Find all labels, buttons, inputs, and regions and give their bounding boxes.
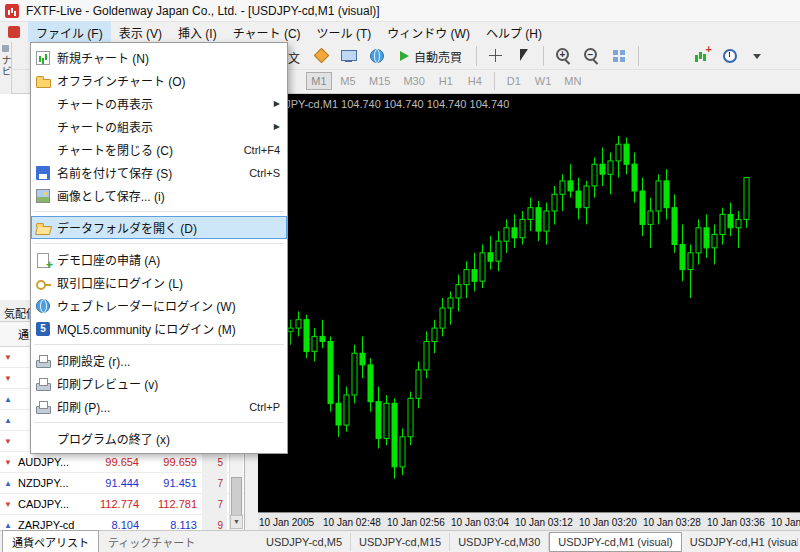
chart-tab[interactable]: USDJPY-cd,M30 (450, 533, 549, 551)
spread-cell: 7 (202, 473, 227, 494)
file-menu-item[interactable]: オフラインチャート (O) (31, 69, 287, 92)
bid-cell: 91.444 (86, 477, 144, 489)
new-chart-icon (35, 50, 51, 66)
menu-tools[interactable]: ツール (T) (309, 21, 380, 44)
file-menu-item[interactable]: MQL5.community にログイン (M) (31, 317, 287, 340)
file-menu-item-label: 取引口座にログイン (L) (57, 274, 280, 291)
tick-down-icon: ▼ (0, 437, 16, 446)
ask-cell: 91.451 (144, 477, 202, 489)
time-axis-label: 10 Jan 03:04 (451, 517, 509, 528)
file-menu-item[interactable]: 新規チャート (N) (31, 46, 287, 69)
file-menu-item[interactable]: ウェブトレーダーにログイン (W) (31, 294, 287, 317)
timeframe-m15[interactable]: M15 (364, 72, 395, 90)
time-axis-label: 10 Jan 03:36 (707, 517, 765, 528)
table-row[interactable]: ▲NZDJPY...91.44491.4517 (0, 473, 244, 494)
file-menu-item[interactable]: データフォルダを開く (D) (31, 216, 287, 239)
file-menu-item[interactable]: 名前を付けて保存 (S)Ctrl+S (31, 161, 287, 184)
floppy-icon (35, 165, 51, 181)
file-menu-item-label: MQL5.community にログイン (M) (57, 320, 280, 337)
table-row[interactable]: ▼CADJPY...112.774112.7817 (0, 494, 244, 515)
spread-cell: 9 (202, 515, 227, 531)
file-menu-item[interactable]: チャートの再表示▶ (31, 92, 287, 115)
menu-charts[interactable]: チャート (C) (225, 21, 309, 44)
menu-items: ファイル (F)表示 (V)挿入 (I)チャート (C)ツール (T)ウィンドウ… (28, 21, 550, 44)
timeframe-buttons: M1M5M15M30H1H4D1W1MN (306, 72, 586, 90)
dropdown-arrow-icon[interactable] (749, 47, 767, 65)
file-menu-item[interactable]: 取引口座にログイン (L) (31, 271, 287, 294)
autotrade-label: 自動売買 (414, 48, 462, 65)
tick-up-icon: ▲ (0, 395, 16, 404)
tick-down-icon: ▼ (0, 500, 16, 509)
timeframe-w1[interactable]: W1 (530, 72, 557, 90)
autotrade-button[interactable]: 自動売買 (396, 47, 466, 66)
file-menu-item[interactable]: デモ口座の申請 (A) (31, 248, 287, 271)
file-menu-item[interactable]: 印刷設定 (r)... (31, 349, 287, 372)
new-chart-icon[interactable] (693, 47, 711, 65)
scrollbar-thumb[interactable] (231, 477, 242, 519)
chart-area[interactable]: USDJPY-cd,M1 104.740 104.740 104.740 104… (258, 94, 800, 512)
menu-file[interactable]: ファイル (F) (28, 21, 111, 44)
zoom-in-icon[interactable]: + (554, 47, 572, 65)
chart-window-icon (8, 26, 20, 38)
tick-up-icon: ▲ (0, 521, 16, 530)
panel-tab[interactable]: ティックチャート (99, 531, 204, 552)
menu-separator (34, 422, 284, 423)
submenu-arrow-icon: ▶ (274, 99, 280, 108)
timeframe-m1[interactable]: M1 (306, 72, 332, 90)
table-row[interactable]: ▼AUDJPY...99.65499.6595 (0, 452, 244, 473)
time-axis-label: 10 Jan 03:12 (515, 517, 573, 528)
file-menu-item-label: デモ口座の申請 (A) (57, 251, 280, 268)
time-axis-label: 10 Jan 2005 (259, 517, 314, 528)
file-menu-item-label: ウェブトレーダーにログイン (W) (57, 297, 280, 314)
file-menu-item-label: プログラムの終了 (x) (57, 430, 280, 447)
panel-tab[interactable]: 通貨ペアリスト (2, 530, 99, 552)
printer-icon (35, 399, 51, 415)
clock-icon[interactable] (721, 47, 739, 65)
menu-insert[interactable]: 挿入 (I) (170, 21, 225, 44)
file-menu-item-label: 名前を付けて保存 (S) (57, 164, 237, 181)
tick-down-icon: ▼ (0, 353, 16, 362)
chart-tab[interactable]: USDJPY-cd,M15 (351, 533, 450, 551)
timeframe-m5[interactable]: M5 (335, 72, 361, 90)
submenu-arrow-icon: ▶ (274, 122, 280, 131)
title-bar: FXTF-Live - Goldenway Japan Co., Ltd. - … (0, 0, 800, 22)
new-order-icon[interactable] (312, 47, 330, 65)
zoom-out-icon[interactable]: − (582, 47, 600, 65)
menu-window[interactable]: ウィンドウ (W) (379, 21, 478, 44)
window-title: FXTF-Live - Goldenway Japan Co., Ltd. - … (26, 4, 380, 18)
chart-tab[interactable]: USDJPY-cd,M1 (visual) (549, 532, 682, 552)
file-menu-item[interactable]: チャートの組表示▶ (31, 115, 287, 138)
menu-view[interactable]: 表示 (V) (111, 21, 170, 44)
timeframe-m30[interactable]: M30 (398, 72, 429, 90)
file-menu-item[interactable]: チャートを閉じる (C)Ctrl+F4 (31, 138, 287, 161)
table-row[interactable]: ▲ZARJPY-cd8.1048.1139 (0, 515, 244, 530)
toolbar-icons: 自動売買+− (312, 45, 767, 67)
tick-down-icon: ▼ (0, 458, 16, 467)
shortcut-label: Ctrl+F4 (244, 144, 280, 156)
file-menu-item[interactable]: 印刷 (P)...Ctrl+P (31, 395, 287, 418)
cursor-icon[interactable] (515, 47, 533, 65)
chart-symbol-label: USDJPY-cd,M1 104.740 104.740 104.740 104… (262, 98, 509, 110)
file-menu-item[interactable]: 画像として保存... (i) (31, 184, 287, 207)
file-menu-item[interactable]: プログラムの終了 (x) (31, 427, 287, 450)
navigator-rail[interactable]: ナビ (0, 42, 12, 98)
plus-glyph: + (556, 48, 569, 61)
time-axis-label: 10 Jan 03:28 (643, 517, 701, 528)
timeframe-d1[interactable]: D1 (501, 72, 527, 90)
terminal-icon[interactable] (340, 47, 358, 65)
chart-tab[interactable]: USDJPY-cd,M5 (258, 533, 351, 551)
candlestick-chart (258, 94, 800, 512)
tick-down-icon: ▼ (0, 374, 16, 383)
timeframe-mn[interactable]: MN (559, 72, 586, 90)
timeframe-h4[interactable]: H4 (462, 72, 488, 90)
menu-help[interactable]: ヘルプ (H) (478, 21, 550, 44)
web-terminal-icon[interactable] (368, 47, 386, 65)
crosshair-icon[interactable] (487, 47, 505, 65)
scrollbar-down-button[interactable]: ▼ (230, 515, 243, 529)
chart-tab[interactable]: USDJPY-cd,H1 (visual) (682, 533, 798, 551)
file-menu-item[interactable]: 印刷プレビュー (v) (31, 372, 287, 395)
tile-windows-icon[interactable] (610, 47, 628, 65)
mql5-icon (35, 321, 51, 337)
timeframe-h1[interactable]: H1 (433, 72, 459, 90)
pin-icon (2, 45, 9, 52)
